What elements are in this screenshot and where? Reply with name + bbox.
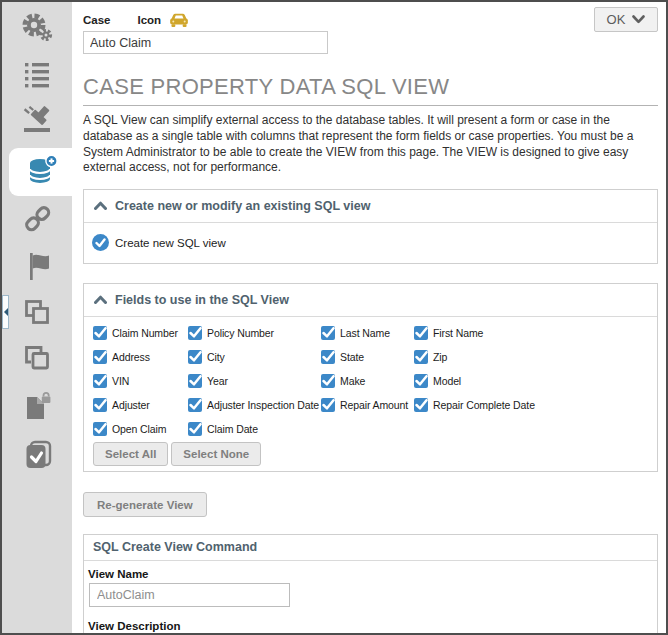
list-icon [23,61,51,92]
checkbox-checked-icon [414,326,428,340]
sql-command-title: SQL Create View Command [93,540,257,554]
select-buttons-row: Select All Select None [93,442,648,466]
create-sql-view-section: Create new or modify an existing SQL vie… [83,189,658,264]
select-none-button[interactable]: Select None [171,442,261,466]
app-window: Case Icon OK CASE PROPERTY DA [0,0,668,635]
checkbox-checked-icon [414,350,428,364]
chevron-down-icon [632,12,645,27]
field-checkbox-claim-date[interactable]: Claim Date [188,421,321,436]
create-section-body: Create new SQL view [84,223,657,263]
checkbox-checked-icon [321,398,335,412]
ok-button[interactable]: OK [594,7,658,32]
chevron-up-icon [94,197,107,215]
create-new-sql-view-label: Create new SQL view [115,237,226,249]
checkbox-checked-icon [93,422,107,436]
field-checkbox-claim-number[interactable]: Claim Number [93,325,188,340]
duplicate-icon [22,344,52,376]
chevron-up-icon [94,291,107,309]
sidebar-item-links[interactable] [2,197,72,243]
sidebar-item-publish[interactable] [2,99,72,145]
sidebar-item-secure-document[interactable] [2,385,72,431]
checkbox-checked-icon [188,398,202,412]
sidebar-item-flags[interactable] [2,245,72,291]
checkbox-checked-icon [93,398,107,412]
sidebar [2,2,72,633]
fields-checkbox-grid: Claim Number Policy Number Last Name Fir… [93,325,648,436]
field-checkbox-first-name[interactable]: First Name [414,325,648,340]
sidebar-item-tasks[interactable] [2,433,72,479]
page-description: A SQL View can simplify external access … [83,113,658,176]
field-checkbox-vin[interactable]: VIN [93,373,188,388]
field-checkbox-year[interactable]: Year [188,373,321,388]
checkbox-checked-icon [188,374,202,388]
field-checkbox-repair-complete-date[interactable]: Repair Complete Date [414,397,648,412]
panel-collapse-handle[interactable] [2,295,9,329]
field-checkbox-adjuster[interactable]: Adjuster [93,397,188,412]
fields-section: Fields to use in the SQL View Claim Numb… [83,283,658,472]
gear-icon [21,12,53,48]
sidebar-item-form-list[interactable] [2,53,72,99]
icon-label: Icon [138,14,162,26]
checkbox-checked-icon [414,374,428,388]
regenerate-view-button[interactable]: Re-generate View [83,492,207,517]
checkbox-checked-icon [93,326,107,340]
view-name-input[interactable] [89,583,290,607]
case-name-input[interactable] [83,31,328,54]
link-icon [22,203,53,238]
field-checkbox-make[interactable]: Make [321,373,414,388]
document-lock-icon [22,391,52,425]
field-checkbox-open-claim[interactable]: Open Claim [93,421,188,436]
collapse-arrow-icon [4,308,8,316]
checkbox-checked-icon [188,326,202,340]
flag-icon [24,251,51,286]
select-all-button[interactable]: Select All [93,442,168,466]
view-description-label: View Description [88,620,647,632]
field-checkbox-state[interactable]: State [321,349,414,364]
field-checkbox-address[interactable]: Address [93,349,188,364]
fields-section-header[interactable]: Fields to use in the SQL View [84,284,657,317]
sql-command-section: SQL Create View Command View Name View D… [83,534,658,635]
copy-icon [23,298,51,330]
sql-command-body: View Name View Description [84,561,657,635]
checkbox-checked-icon [321,326,335,340]
title-divider [83,105,658,106]
field-checkbox-model[interactable]: Model [414,373,648,388]
case-label: Case [83,14,111,26]
stamp-icon [22,106,52,138]
field-checkbox-last-name[interactable]: Last Name [321,325,414,340]
car-icon[interactable] [169,12,189,28]
ok-button-label: OK [607,12,626,27]
sql-command-header: SQL Create View Command [84,535,657,561]
field-checkbox-policy-number[interactable]: Policy Number [188,325,321,340]
checkbox-checked-icon [321,350,335,364]
fields-section-body: Claim Number Policy Number Last Name Fir… [84,317,657,471]
sidebar-item-copy[interactable] [2,291,72,337]
checkbox-checked-icon [414,398,428,412]
checkbox-checked-icon [321,374,335,388]
field-checkbox-repair-amount[interactable]: Repair Amount [321,397,414,412]
view-name-label: View Name [88,568,647,580]
field-checkbox-zip[interactable]: Zip [414,349,648,364]
page-title: CASE PROPERTY DATA SQL VIEW [83,74,658,100]
create-new-sql-view-option[interactable] [92,234,109,251]
sidebar-item-duplicate[interactable] [2,337,72,383]
main-content: Case Icon OK CASE PROPERTY DA [72,2,666,633]
field-checkbox-adjuster-inspection-date[interactable]: Adjuster Inspection Date [188,397,321,412]
checkbox-checked-icon [93,350,107,364]
checkbox-checked-icon [93,374,107,388]
sidebar-item-sql-view[interactable] [9,148,72,196]
sidebar-item-settings[interactable] [2,7,72,53]
checkbox-checked-icon [188,350,202,364]
create-section-title: Create new or modify an existing SQL vie… [115,199,370,213]
checkbox-checked-icon [188,422,202,436]
task-check-icon [22,439,53,474]
field-checkbox-city[interactable]: City [188,349,321,364]
case-toolbar: Case Icon [83,12,658,28]
create-section-header[interactable]: Create new or modify an existing SQL vie… [84,190,657,223]
database-add-icon [23,155,58,190]
fields-section-title: Fields to use in the SQL View [115,293,289,307]
